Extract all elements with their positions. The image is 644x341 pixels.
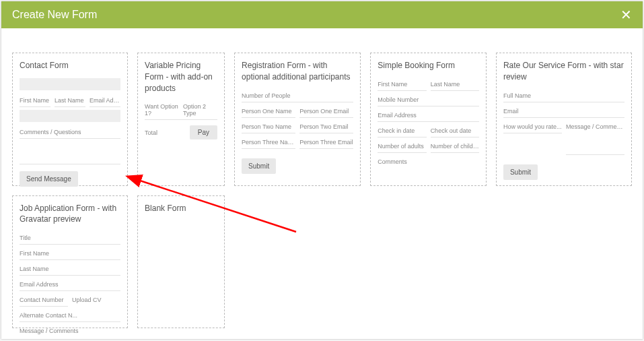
field-children: Number of children (431, 140, 479, 153)
field-p1-email: Person One Email (299, 105, 353, 118)
modal-title: Create New Form (12, 9, 97, 21)
send-message-button[interactable]: Send Message (20, 171, 78, 187)
card-title: Simple Booking Form (378, 60, 479, 71)
field-email: Email (503, 105, 624, 118)
template-variable-pricing[interactable]: Variable Pricing Form - with add-on prod… (137, 53, 225, 186)
field-comments: Comments (378, 156, 479, 168)
template-rate-service[interactable]: Rate Our Service Form - with star review… (496, 53, 632, 186)
field-message: Message / Comments (566, 121, 624, 133)
field-p2-email: Person Two Email (299, 121, 353, 133)
field-checkout: Check out date (431, 125, 479, 137)
field-message: Message / Comments (20, 325, 120, 337)
option1-label: Want Option 1? (145, 103, 183, 117)
template-booking-form[interactable]: Simple Booking Form First Name Last Name… (370, 53, 487, 186)
field-p1-name: Person One Name (242, 105, 295, 118)
field-p3-email: Person Three Email (299, 136, 353, 149)
comments-area (20, 143, 120, 164)
template-registration-form[interactable]: Registration Form - with optional additi… (234, 53, 361, 186)
field-comments: Comments / Questions (20, 126, 120, 139)
submit-button[interactable]: Submit (242, 158, 276, 174)
close-icon[interactable]: ✕ (620, 8, 632, 22)
field-email: Email Address (378, 109, 479, 122)
field-title: Title (20, 232, 120, 245)
card-title: Registration Form - with optional additi… (242, 60, 353, 83)
field-first-name: First Name (20, 94, 50, 107)
field-email: Email Addr... (90, 94, 120, 107)
field-p2-name: Person Two Name (242, 121, 295, 133)
field-full-name: Full Name (503, 90, 624, 102)
card-title: Job Application Form - with Gravatar pre… (20, 203, 120, 226)
field-upload: Upload CV (72, 294, 120, 307)
field-placeholder (20, 110, 120, 122)
card-title: Variable Pricing Form - with add-on prod… (145, 60, 217, 94)
pay-button[interactable]: Pay (190, 125, 217, 140)
submit-button[interactable]: Submit (503, 164, 538, 180)
field-first-name: First Name (378, 78, 426, 91)
field-email: Email Address (20, 278, 120, 291)
field-rating: How would you rate... (503, 121, 562, 133)
field-last-name: Last Name (431, 78, 479, 91)
card-title: Rate Our Service Form - with star review (503, 60, 624, 83)
message-area (566, 136, 624, 155)
field-alt-contact: Alternate Contact N... (20, 309, 120, 322)
template-job-application[interactable]: Job Application Form - with Gravatar pre… (12, 195, 128, 329)
modal-header: Create New Form ✕ (1, 1, 643, 28)
field-first-name: First Name (20, 247, 120, 260)
field-checkin: Check in date (378, 125, 426, 137)
field-placeholder (20, 78, 120, 90)
create-form-modal: Create New Form ✕ Contact Form First Nam… (1, 1, 643, 339)
field-mobile: Mobile Number (378, 94, 479, 106)
card-title: Blank Form (145, 203, 217, 214)
field-last-name: Last Name (55, 94, 85, 107)
field-p3-name: Person Three Name (242, 136, 295, 149)
templates-grid: Contact Form First Name Last Name Email … (1, 28, 643, 339)
option2-label: Option 2 Type (183, 103, 217, 117)
template-contact-form[interactable]: Contact Form First Name Last Name Email … (12, 53, 128, 186)
field-contact: Contact Number (20, 294, 68, 307)
total-label: Total (145, 129, 157, 136)
field-last-name: Last Name (20, 263, 120, 276)
template-blank-form[interactable]: Blank Form (137, 195, 225, 329)
field-num-people: Number of People (242, 90, 353, 102)
field-adults: Number of adults (378, 140, 426, 153)
card-title: Contact Form (20, 60, 120, 71)
